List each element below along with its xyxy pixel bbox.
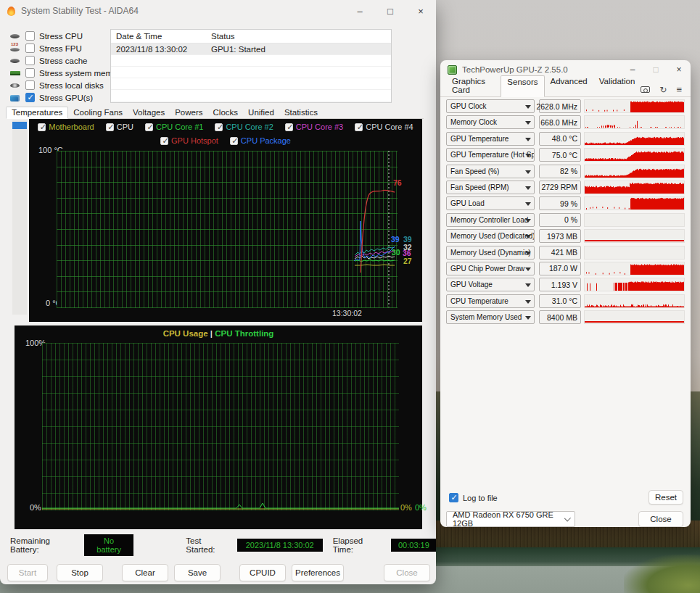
tab-cooling-fans[interactable]: Cooling Fans [68,107,128,118]
tab-sensors[interactable]: Sensors [501,75,544,97]
aida64-titlebar[interactable]: System Stability Test - AIDA64 – □ × [0,0,436,22]
chevron-down-icon [525,252,531,255]
legend-item[interactable]: GPU Hotspot [160,136,218,145]
legend-item[interactable]: CPU Core #4 [355,123,413,131]
wallpaper-grass [624,555,700,593]
usage-chart-title: CPU Usage | CPU Throttling [15,329,422,338]
stress-option[interactable]: Stress GPU(s) [9,91,124,104]
stress-checkbox[interactable] [25,80,35,90]
legend-item[interactable]: CPU Core #3 [285,123,343,131]
sensor-value: 2628.0 MHz [539,99,581,113]
legend-item[interactable]: CPU Core #2 [215,123,273,131]
preferences-button[interactable]: Preferences [292,564,344,581]
sensor-name-dropdown[interactable]: CPU Temperature [446,294,535,308]
stress-checkbox[interactable] [25,68,35,78]
tab-validation[interactable]: Validation [593,75,641,96]
sensor-name-dropdown[interactable]: GPU Voltage [446,278,535,291]
sensor-row: System Memory Used 8400 MB [446,310,685,324]
series-value-label: 27 [403,257,412,265]
sensor-name-dropdown[interactable]: Memory Used (Dedicated) [446,229,535,243]
stress-option[interactable]: Stress FPU [9,42,124,54]
table-row[interactable]: 2023/11/8 13:30:02GPU1: Started [111,43,391,55]
screenshot-camera-icon[interactable] [641,86,650,93]
stress-checkbox[interactable] [25,93,35,102]
table-row[interactable] [111,67,391,78]
sensor-name-dropdown[interactable]: Fan Speed (%) [446,165,535,178]
close-button[interactable]: Close [384,564,430,581]
stop-button[interactable]: Stop [57,564,103,581]
legend-checkbox[interactable] [230,137,238,145]
usage-curves [42,343,399,510]
stress-option[interactable]: Stress system memory [9,67,124,79]
maximize-button[interactable]: □ [375,0,405,22]
legend-item[interactable]: CPU [106,123,133,131]
refresh-icon[interactable]: ↻ [659,86,667,94]
legend-item[interactable]: CPU Package [230,136,291,145]
temperature-chart: Motherboard CPU CPU Core #1 CPU Core #2 … [29,119,422,322]
save-button[interactable]: Save [174,564,221,581]
sensor-name-dropdown[interactable]: Memory Used (Dynamic) [446,246,535,260]
tab-unified[interactable]: Unified [243,107,279,118]
tab-graphics-card[interactable]: Graphics Card [446,75,501,96]
minimize-button[interactable]: – [345,0,375,22]
menu-icon[interactable]: ≡ [676,85,682,94]
sensor-name-dropdown[interactable]: Memory Clock [446,115,535,129]
tab-powers[interactable]: Powers [170,107,207,118]
reset-button[interactable]: Reset [648,490,683,505]
sensor-graph [584,213,685,227]
sensor-graph [584,181,685,194]
tab-temperatures[interactable]: Temperatures [6,107,68,119]
legend-item[interactable]: Motherboard [38,123,94,131]
stress-option[interactable]: Stress cache [9,54,124,67]
close-button[interactable]: Close [638,511,683,527]
table-row[interactable] [111,78,391,90]
disk-icon [9,81,21,90]
clear-button[interactable]: Clear [122,564,168,581]
stress-checkbox[interactable] [25,56,35,65]
series-value-label: 39 [391,235,400,244]
chevron-down-icon [525,121,531,125]
tab-clocks[interactable]: Clocks [208,107,244,118]
gpu-icon [9,94,21,102]
legend-checkbox[interactable] [285,123,293,131]
test-log-table[interactable]: Date & Time Status 2023/11/8 13:30:02GPU… [110,29,392,103]
table-row[interactable] [111,55,391,67]
tab-statistics[interactable]: Statistics [279,107,323,118]
tab-voltages[interactable]: Voltages [128,107,170,118]
stress-checkbox[interactable] [25,31,35,41]
legend-item[interactable]: CPU Core #1 [145,123,203,131]
legend-checkbox[interactable] [160,137,168,145]
stress-checkbox[interactable] [25,43,35,53]
sensor-name-dropdown[interactable]: Memory Controller Load [446,213,535,227]
sensor-name-dropdown[interactable]: GPU Temperature (Hot Spot) [446,148,535,162]
legend-checkbox[interactable] [38,123,46,131]
sensor-name-dropdown[interactable]: GPU Clock [446,99,535,113]
stress-option[interactable]: Stress CPU [9,30,124,42]
start-button[interactable]: Start [7,564,48,581]
table-row[interactable] [111,90,391,101]
column-header-datetime: Date & Time [111,32,206,41]
legend-checkbox[interactable] [215,123,223,131]
sensor-value: 187.0 W [539,262,581,275]
sensor-name-dropdown[interactable]: System Memory Used [446,310,535,324]
tab-advanced[interactable]: Advanced [545,75,593,96]
sensor-name-dropdown[interactable]: GPU Chip Power Draw [446,262,535,275]
aida64-tabbar: TemperaturesCooling FansVoltagesPowersCl… [6,107,424,119]
sensor-name-dropdown[interactable]: GPU Load [446,196,535,210]
vertical-scrollbar[interactable] [12,120,27,315]
sensor-name-dropdown[interactable]: Fan Speed (RPM) [446,181,535,194]
sensor-name-dropdown[interactable]: GPU Temperature [446,132,535,146]
close-icon[interactable]: × [667,60,691,79]
legend-checkbox[interactable] [106,123,114,131]
cpuid-button[interactable]: CPUID [239,564,286,581]
sensor-graph [584,132,685,146]
stress-option[interactable]: Stress local disks [9,79,124,91]
sensor-graph [584,294,685,308]
log-to-file-row[interactable]: Log to file [449,493,498,502]
scrollbar-thumb[interactable] [12,122,27,129]
legend-checkbox[interactable] [355,123,363,131]
legend-checkbox[interactable] [145,123,153,131]
log-to-file-checkbox[interactable] [449,493,458,502]
gpu-device-select[interactable]: AMD Radeon RX 6750 GRE 12GB [446,511,575,527]
close-button[interactable]: × [405,0,436,22]
